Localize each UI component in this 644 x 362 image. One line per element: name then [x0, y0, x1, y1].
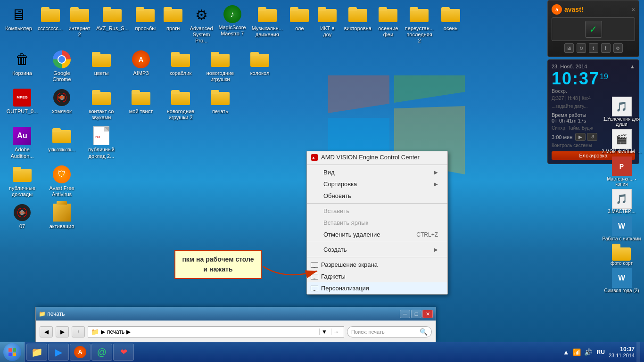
close-button[interactable]: ✕	[422, 310, 433, 318]
right-file-2[interactable]: 🎬 2.МОЙ ФИЛЬМ -...	[602, 129, 642, 154]
icon-musical[interactable]: Музыкальн... движения	[250, 3, 285, 46]
avast-check-icon: ✓	[585, 21, 602, 38]
context-menu: A AMD VISION Engine Control Center Вид ▶…	[306, 151, 448, 295]
taskbar-explorer[interactable]: 📁	[26, 344, 47, 361]
avast-btn-share[interactable]: f	[601, 43, 611, 53]
icon-output[interactable]: MPEG OUTPUT_0...	[3, 86, 41, 123]
icon-homyachok[interactable]: MP3 хомячок	[43, 86, 81, 123]
icon-adobe-audition[interactable]: Au Adobe Audition...	[3, 124, 41, 161]
pptx-file-icon: P	[612, 156, 632, 176]
timer-reset[interactable]: ↺	[587, 133, 597, 141]
icon-sssss[interactable]: сссссссс...	[36, 3, 65, 46]
file-label-3: Мастер-кл... - копия	[602, 176, 642, 187]
file-label-7: Символ года (2)	[604, 288, 639, 293]
sort-arrow: ▶	[434, 181, 438, 187]
icon-ukkkk[interactable]: уккккккккк...	[43, 124, 81, 161]
icon-cvety[interactable]: цветы	[83, 48, 120, 84]
taskbar-agent[interactable]: @	[91, 344, 112, 361]
icon-google-chrome[interactable]: Google Chrome	[43, 48, 81, 84]
start-button[interactable]	[0, 342, 25, 362]
menu-item-vid[interactable]: Вид ▶	[307, 166, 447, 178]
right-file-1[interactable]: 🎵 1.Увлечения для души	[602, 97, 642, 127]
right-file-3[interactable]: P Мастер-кл... - копия	[602, 156, 642, 187]
avast-logo: a	[552, 4, 562, 15]
tray-arrow-up[interactable]: ▲	[562, 347, 570, 357]
timer-value: 3:00 мин	[552, 134, 572, 140]
icon-moytvit[interactable]: мой твист	[122, 86, 160, 123]
explorer-titlebar: 📁 печать ─ □ ✕	[36, 307, 436, 321]
right-file-4[interactable]: 🎵 3.МАСТЕР....	[602, 189, 642, 214]
clock-nav-arrow[interactable]: ▲	[630, 64, 635, 69]
avast-btn-monitor[interactable]: 🖥	[564, 43, 574, 53]
avast-btn-refresh[interactable]: ↻	[577, 43, 586, 53]
menu-item-undo[interactable]: Отменить удаление CTRL+Z	[307, 229, 447, 240]
annotation-container: пкм на рабочем столе и нажать	[174, 250, 262, 279]
avast-btn-settings[interactable]: ⚙	[613, 43, 623, 53]
explorer-title: 📁 печать	[39, 311, 65, 317]
icon-snasaul[interactable]: активация	[43, 201, 81, 231]
icon-iktdou[interactable]: ИКТ в доу	[314, 3, 340, 46]
search-placeholder: Поиск: печать	[351, 329, 385, 335]
address-dropdown[interactable]: ▼	[319, 329, 329, 335]
icon-kontakt[interactable]: контакт со звуками	[83, 86, 120, 123]
avast-btn-twitter[interactable]: t	[589, 43, 598, 53]
taskbar-media[interactable]: ▶	[48, 344, 69, 361]
icon-ole[interactable]: оле	[287, 3, 313, 46]
icon-novoigr2[interactable]: новогодние игрушки 2	[162, 86, 199, 123]
right-file-5[interactable]: W Работа с нитками	[602, 216, 642, 241]
taskbar-skype[interactable]: ❤	[113, 344, 134, 361]
address-go[interactable]: →	[331, 329, 341, 335]
address-bar[interactable]: 📁 ▶ печать ▶ ▼ →	[88, 326, 344, 337]
icon-prosbi[interactable]: просьбы	[132, 3, 158, 46]
icon-internet2[interactable]: интернет 2	[66, 3, 92, 46]
icon-advanced[interactable]: ⚙ Advanced System Pro...	[188, 3, 215, 46]
menu-item-amd[interactable]: A AMD VISION Engine Control Center	[307, 151, 447, 163]
icon-novoigr[interactable]: новогодние игрушки	[201, 48, 239, 84]
icon-pechat[interactable]: печать	[201, 86, 239, 123]
right-file-icons: 🎵 1.Увлечения для души 🎬 2.МОЙ ФИЛЬМ -..…	[602, 97, 642, 293]
icon-komputer[interactable]: 🖥 Компьютер	[3, 3, 34, 46]
forward-button[interactable]: ▶	[56, 326, 69, 337]
icon-aktiv[interactable]: MP3 07	[3, 201, 41, 231]
icon-magicscore[interactable]: ♪ MagicScore Maestro 7	[217, 3, 248, 46]
show-desktop-button[interactable]	[636, 342, 640, 362]
icon-pereusta[interactable]: переустан... последняя 2	[403, 3, 436, 46]
icon-korablik[interactable]: кораблик	[162, 48, 199, 84]
icon-avz[interactable]: AVZ_Rus_S...	[94, 3, 131, 46]
minimize-button[interactable]: ─	[400, 310, 410, 318]
icon-viktorovna[interactable]: викторовна	[342, 3, 373, 46]
tray-volume[interactable]: 🔊	[583, 347, 593, 357]
icon-pub-doc[interactable]: PDF публичный доклад 2...	[83, 124, 120, 161]
icon-osen[interactable]: осень	[438, 3, 463, 46]
menu-item-paste: Вставить	[307, 205, 447, 217]
menu-item-screen-res[interactable]: Разрешение экрана	[307, 259, 447, 271]
right-file-7[interactable]: W Символ года (2)	[602, 268, 642, 293]
maximize-button[interactable]: □	[411, 310, 421, 318]
icon-progi[interactable]: проги	[160, 3, 186, 46]
right-file-6[interactable]: фото сорт	[602, 244, 642, 266]
timer-play[interactable]: ▶	[575, 133, 586, 141]
icon-osenniefei[interactable]: осенние феи	[375, 3, 401, 46]
tray-network[interactable]: 📶	[572, 347, 582, 357]
tray-clock[interactable]: 10:37 23.11.2014	[609, 346, 635, 358]
back-button[interactable]: ◀	[40, 326, 53, 337]
icon-korzina[interactable]: 🗑 Корзина	[3, 48, 41, 84]
avast-close[interactable]: ✕	[631, 7, 635, 12]
icon-avast-free[interactable]: 🛡 Avast Free Antivirus	[43, 163, 81, 199]
up-button[interactable]: ↑	[72, 326, 85, 337]
icon-aimp3[interactable]: A AIMP3	[122, 48, 160, 84]
search-bar[interactable]: Поиск: печать 🔍	[347, 326, 432, 337]
menu-item-gadgets[interactable]: Гаджеты	[307, 271, 447, 282]
menu-item-update[interactable]: Обновить	[307, 190, 447, 202]
annotation-text: пкм на рабочем столе и нажать	[182, 255, 254, 273]
annotation-box: пкм на рабочем столе и нажать	[174, 250, 262, 279]
taskbar-aimp[interactable]: A	[70, 344, 91, 361]
menu-item-create[interactable]: Создать ▶	[307, 244, 447, 255]
avast-screen: ✓	[552, 17, 635, 41]
icon-pub-dokl[interactable]: публичные доклады	[3, 163, 41, 199]
menu-sep-2	[307, 203, 447, 204]
tray-language[interactable]: RU	[595, 348, 607, 356]
icon-kolokol[interactable]: колокол	[241, 48, 279, 84]
menu-item-sort[interactable]: Сортировка ▶	[307, 178, 447, 190]
menu-item-personal[interactable]: Персонализация	[307, 282, 447, 294]
